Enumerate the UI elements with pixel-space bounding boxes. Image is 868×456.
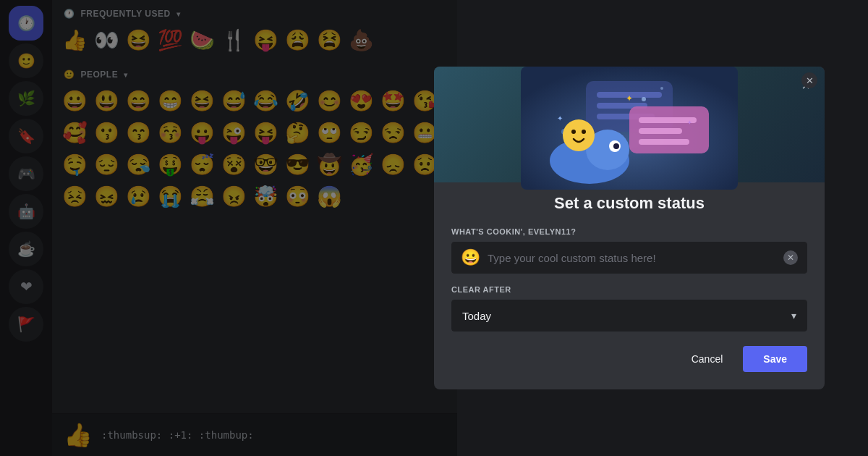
dropdown-arrow-icon: ▾ — [791, 310, 796, 321]
svg-point-16 — [563, 119, 595, 151]
svg-point-18 — [582, 130, 586, 134]
clear-after-value: Today — [462, 310, 491, 322]
clear-after-dropdown[interactable]: Today ▾ — [451, 300, 807, 332]
illustration-svg: ✦ ✦ ✦ — [521, 67, 738, 190]
save-button[interactable]: Save — [743, 346, 807, 372]
custom-status-modal: ✦ ✦ ✦ ✕ × Set a custom status WHAT'S COO… — [434, 67, 825, 389]
clear-after-label: CLEAR AFTER — [451, 285, 807, 294]
illustration-x-badge: ✕ — [801, 72, 817, 88]
modal-actions: Cancel Save — [434, 332, 825, 372]
svg-text:✦: ✦ — [626, 93, 633, 104]
svg-text:✦: ✦ — [557, 114, 563, 122]
cancel-button[interactable]: Cancel — [680, 346, 735, 372]
svg-rect-7 — [639, 128, 682, 134]
modal-illustration: ✦ ✦ ✦ ✕ — [434, 67, 825, 182]
clear-after-section: CLEAR AFTER Today ▾ — [451, 285, 807, 332]
svg-rect-8 — [639, 139, 689, 145]
svg-point-15 — [660, 87, 663, 90]
svg-point-12 — [613, 143, 619, 149]
svg-point-17 — [571, 130, 576, 134]
status-clear-button[interactable]: ✕ — [783, 250, 798, 265]
svg-point-14 — [642, 97, 646, 101]
status-emoji-button[interactable]: 😀 — [461, 248, 480, 267]
status-input-row[interactable]: 😀 ✕ — [451, 242, 807, 274]
modal-title: Set a custom status — [451, 194, 807, 213]
status-text-input[interactable] — [488, 252, 776, 264]
modal-body: Set a custom status WHAT'S COOKIN', EVEL… — [434, 194, 825, 332]
whats-cookin-label: WHAT'S COOKIN', EVELYN11? — [451, 227, 807, 236]
svg-text:✦: ✦ — [687, 119, 692, 126]
